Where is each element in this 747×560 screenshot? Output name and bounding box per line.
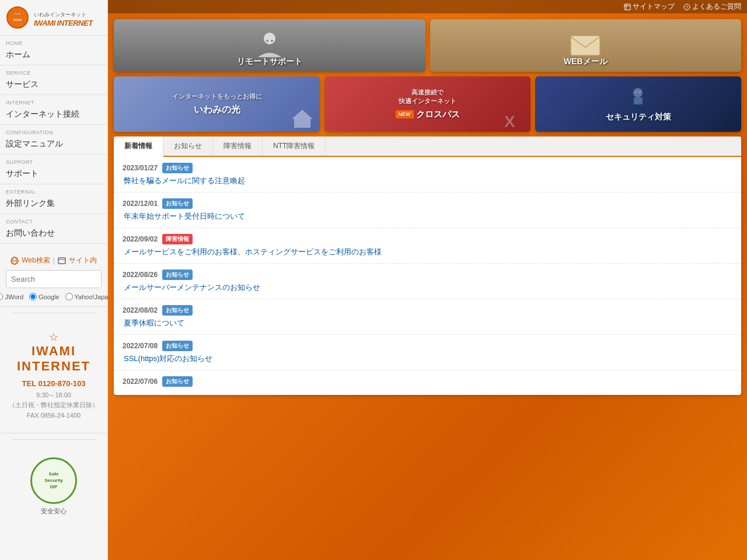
web-mail-card[interactable]: WEBメール — [430, 19, 742, 72]
tab-new-info[interactable]: 新着情報 — [114, 136, 163, 157]
map-icon — [624, 4, 631, 10]
security-banner[interactable]: セキュリティ対策 — [535, 76, 741, 132]
news-title-link[interactable]: メールサービスをご利用のお客様、ホスティングサービスをご利用のお客様 — [123, 247, 382, 257]
svg-text:?: ? — [686, 5, 688, 9]
radio-yahoo[interactable]: Yahoo!Japan — [65, 293, 112, 300]
tab-notice[interactable]: お知らせ — [163, 136, 213, 156]
news-title-link[interactable]: SSL(https)対応のお知らせ — [123, 354, 212, 364]
news-title-link[interactable]: 夏季休暇について — [123, 318, 184, 328]
remote-support-label: リモートサポート — [114, 57, 425, 67]
svg-point-23 — [635, 91, 637, 93]
nav-service-section: SERVICE サービス — [0, 65, 107, 95]
faq-link[interactable]: ? よくあるご質問 — [683, 2, 741, 12]
news-date: 2022/09/02 — [123, 235, 158, 243]
news-item-header: 2022/07/08お知らせ — [123, 341, 193, 351]
banner-row: インターネットをもっとお得に いわみの光 高速接続で快適インターネット NEW … — [114, 76, 741, 132]
news-item: 2023/01/27お知らせ弊社を騙るメールに関する注意喚起 — [114, 157, 741, 192]
svg-point-24 — [638, 91, 641, 93]
nav-home-section: HOME ホーム — [0, 36, 107, 65]
svg-rect-22 — [634, 97, 643, 104]
brand-box: ☆ IWAMI INTERNET TEL 0120-870-103 9:30～1… — [0, 319, 107, 433]
svg-rect-18 — [571, 36, 600, 55]
search-box — [6, 270, 102, 288]
hikari-sub: インターネットをもっとお得に — [172, 92, 262, 101]
brand-name-line1: IWAMI — [6, 344, 102, 359]
svg-point-21 — [633, 88, 643, 97]
nav-item-support[interactable]: サポート — [0, 166, 107, 184]
news-item-header: 2022/09/02障害情報 — [123, 234, 193, 244]
news-date: 2022/12/01 — [123, 200, 158, 208]
news-item-header: 2022/08/02お知らせ — [123, 305, 193, 316]
news-title-link[interactable]: 弊社を騙るメールに関する注意喚起 — [123, 176, 245, 186]
news-item: 2022/08/02お知らせ夏季休暇について — [114, 299, 741, 335]
safety-badge-area: Safe Security ISP 安全安心 — [0, 446, 107, 527]
tab-trouble[interactable]: 障害情報 — [213, 136, 263, 156]
news-list: 2023/01/27お知らせ弊社を騙るメールに関する注意喚起2022/12/01… — [114, 157, 741, 395]
brand-tel: TEL 0120-870-103 — [6, 379, 102, 388]
svg-rect-6 — [58, 258, 65, 264]
radio-jword[interactable]: JWord — [0, 293, 23, 300]
hikari-banner[interactable]: インターネットをもっとお得に いわみの光 — [114, 76, 320, 132]
svg-point-15 — [264, 33, 275, 44]
xpass-banner[interactable]: 高速接続で快適インターネット NEW クロスパス X — [324, 76, 530, 132]
nav-item-home[interactable]: ホーム — [0, 47, 107, 65]
news-date: 2022/07/06 — [123, 377, 158, 386]
nav-support-section: SUPPORT サポート — [0, 155, 107, 184]
news-badge: お知らせ — [162, 270, 193, 280]
top-bar: サイトマップ ? よくあるご質問 — [108, 0, 747, 13]
news-item-header: 2022/07/06お知らせ — [123, 376, 193, 387]
news-title-link[interactable]: 年末年始サポート受付日時について — [123, 211, 245, 222]
search-input[interactable] — [6, 271, 102, 287]
nav-contact-section: CONTACT お問い合わせ — [0, 214, 107, 244]
brand-star: ☆ — [6, 331, 102, 344]
nav-item-external[interactable]: 外部リンク集 — [0, 196, 107, 214]
news-badge: お知らせ — [162, 163, 193, 173]
radio-google[interactable]: Google — [29, 293, 59, 300]
nav-section-service: SERVICE — [0, 65, 107, 77]
globe-icon — [11, 257, 19, 265]
brand-hours: 9:30～18:00 （土日祝・弊社指定休業日除） FAX 0856-24-14… — [6, 390, 102, 421]
nav-section-contact: CONTACT — [0, 214, 107, 226]
news-badge: 障害情報 — [162, 234, 193, 244]
faq-icon: ? — [683, 4, 690, 10]
web-search-link[interactable]: Web検索 — [22, 256, 50, 265]
news-title-link[interactable]: メールサーバーメンテナンスのお知らせ — [123, 282, 260, 293]
nav-item-contact[interactable]: お問い合わせ — [0, 226, 107, 244]
nav-item-config[interactable]: 設定マニュアル — [0, 136, 107, 155]
house-icon — [291, 108, 314, 129]
sitemap-link[interactable]: サイトマップ — [624, 2, 675, 12]
news-item-header: 2023/01/27お知らせ — [123, 163, 193, 173]
site-search-icon — [58, 257, 66, 265]
svg-point-16 — [266, 40, 268, 42]
nav-item-service[interactable]: サービス — [0, 77, 107, 95]
news-badge: お知らせ — [162, 198, 193, 209]
tab-ntt-trouble[interactable]: NTT障害情報 — [263, 136, 326, 156]
nav-section-external: EXTERNAL — [0, 184, 107, 196]
news-panel: 新着情報 お知らせ 障害情報 NTT障害情報 2023/01/27お知らせ弊社を… — [114, 136, 741, 395]
svg-text:X: X — [504, 114, 515, 129]
news-item-header: 2022/08/26お知らせ — [123, 270, 193, 280]
news-date: 2022/08/02 — [123, 306, 158, 314]
xpass-sub: 高速接続で快適インターネット — [396, 88, 460, 106]
nav-section-internet: INTERNET — [0, 95, 107, 107]
search-area: Web検索 | サイト内 JWord Google Yahoo!Japan — [0, 244, 107, 307]
xpass-new-badge: NEW — [396, 110, 414, 119]
nav-external-section: EXTERNAL 外部リンク集 — [0, 184, 107, 214]
safety-label: 安全安心 — [6, 507, 102, 516]
envelope-icon — [568, 31, 603, 60]
security-label: セキュリティ対策 — [606, 111, 671, 123]
brand-name-line2: INTERNET — [6, 359, 102, 374]
xpass-logo-icon: X — [504, 114, 525, 129]
news-date: 2022/08/26 — [123, 271, 158, 279]
svg-marker-19 — [292, 110, 313, 128]
news-item-header: 2022/12/01お知らせ — [123, 198, 193, 209]
remote-support-card[interactable]: リモートサポート — [114, 19, 425, 72]
news-item: 2022/07/06お知らせ — [114, 370, 741, 395]
news-item: 2022/08/26お知らせメールサーバーメンテナンスのお知らせ — [114, 264, 741, 299]
site-search-link[interactable]: サイト内 — [69, 256, 97, 265]
hikari-label: いわみの光 — [172, 103, 262, 116]
news-date: 2022/07/08 — [123, 342, 158, 350]
logo-name-jp: いわみインターネット — [34, 12, 86, 18]
logo-area: 🦊 IWAMI いわみインターネット IWAMI INTERNET — [0, 0, 107, 36]
nav-item-internet[interactable]: インターネット接続 — [0, 107, 107, 125]
